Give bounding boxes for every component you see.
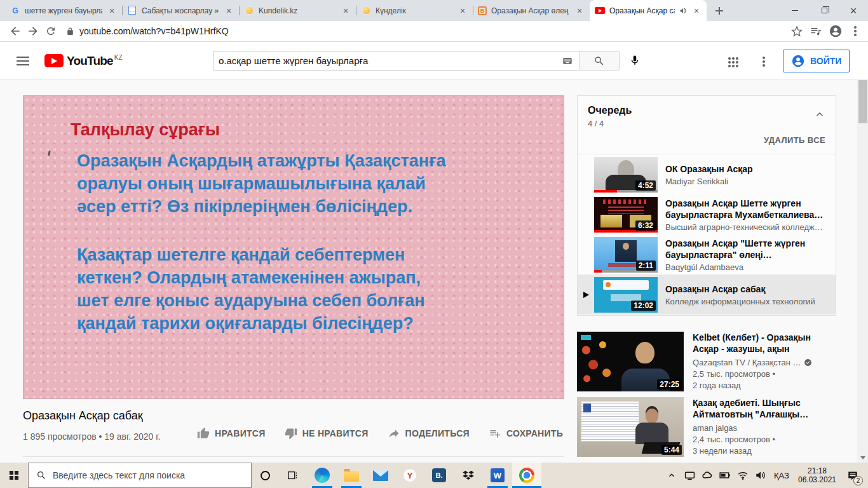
queue-item-channel[interactable]: Madiyar Serikkali <box>665 177 753 186</box>
search-input[interactable] <box>219 55 561 66</box>
sign-in-button[interactable]: ВОЙТИ <box>783 50 850 72</box>
page-scrollbar[interactable] <box>857 42 868 463</box>
tab-close-icon[interactable] <box>341 6 351 16</box>
channel-name: aman jalgas <box>693 423 737 433</box>
youtube-search-form <box>213 51 620 71</box>
back-button[interactable] <box>6 22 24 40</box>
related-video-1[interactable]: 27:25 Kelbet (Келбет) - Оразақын Асқар -… <box>577 332 836 391</box>
wifi-icon[interactable] <box>735 463 751 488</box>
browser-tab-kundelik[interactable]: Kundelik.kz <box>239 0 356 21</box>
tab-close-icon[interactable] <box>224 6 234 16</box>
profile-avatar-icon[interactable] <box>829 24 843 38</box>
guide-menu-icon[interactable] <box>17 60 29 62</box>
queue-item-title[interactable]: Оразақын Асқар сабақ <box>665 283 815 295</box>
window-minimize-button[interactable] <box>780 0 810 21</box>
browser-tab-google-search[interactable]: G шетте жүрген бауырла <box>5 0 122 21</box>
video-thumbnail[interactable]: 4:52 <box>594 157 658 193</box>
taskbar-app-explorer[interactable] <box>337 463 366 488</box>
clock[interactable]: 21:18 06.03.2021 <box>794 466 840 484</box>
tray-expand-chevron-icon[interactable] <box>663 463 680 488</box>
tab-close-icon[interactable] <box>458 6 468 16</box>
video-thumbnail[interactable]: 2:11 <box>594 237 658 273</box>
bookmark-star-icon[interactable] <box>790 25 803 37</box>
queue-item-2[interactable]: 6:32 Оразақын Асқар Шетте жүрген бауырла… <box>578 194 836 234</box>
queue-item-3[interactable]: 2:11 Оразақын Асқар "Шетте жүрген бауырл… <box>578 234 836 274</box>
share-button[interactable]: ПОДЕЛИТЬСЯ <box>388 427 470 440</box>
notification-center-button[interactable]: 2 <box>841 463 864 488</box>
remove-all-button[interactable]: УДАЛИТЬ ВСЕ <box>764 135 825 145</box>
related-video-2[interactable]: 5:44 Қазақ әдебиеті. Шыңғыс Айтматовтың … <box>577 397 836 457</box>
video-player[interactable]: Талқылау сұрағы Оразақын Асқардың атажұр… <box>23 95 564 399</box>
window-restore-button[interactable] <box>810 0 839 21</box>
scroll-down-arrow-icon[interactable] <box>860 456 865 459</box>
search-button[interactable] <box>579 51 620 71</box>
video-thumbnail[interactable]: 6:32 <box>594 197 658 233</box>
document-favicon <box>127 6 137 16</box>
start-button[interactable] <box>0 463 28 488</box>
media-controls-icon[interactable] <box>810 25 822 37</box>
word-icon: W <box>491 468 505 482</box>
forward-button[interactable] <box>24 22 42 40</box>
onedrive-cloud-icon[interactable] <box>699 463 715 488</box>
taskbar-app-yandex[interactable]: Y <box>395 463 424 488</box>
language-indicator[interactable]: ҚАЗ <box>770 471 793 480</box>
video-thumbnail[interactable]: 27:25 <box>577 332 684 391</box>
volume-icon[interactable] <box>752 463 769 488</box>
taskbar-app-dropbox[interactable] <box>454 463 483 488</box>
browser-tab-kundelik2[interactable]: Күнделік <box>356 0 473 21</box>
like-button[interactable]: НРАВИТСЯ <box>197 427 266 440</box>
youtube-apps-grid-icon[interactable] <box>728 57 731 60</box>
reload-button[interactable] <box>42 22 60 40</box>
dislike-button[interactable]: НЕ НРАВИТСЯ <box>285 427 369 440</box>
queue-item-1[interactable]: 4:52 ОК Оразақын Асқар Madiyar Serikkali <box>578 154 836 194</box>
voice-search-button[interactable] <box>629 55 641 69</box>
taskbar-app-edge[interactable] <box>308 463 337 488</box>
browser-tab-lesson-plan[interactable]: Сабақты жоспарлау » <box>122 0 239 21</box>
cortana-button[interactable] <box>252 463 278 488</box>
queue-item-title[interactable]: Оразақын Асқар Шетте жүрген бауырластарғ… <box>665 198 829 220</box>
related-video-channel[interactable]: Qazaqstan TV / Қазақстан … <box>693 358 836 367</box>
taskbar-app-word[interactable]: W <box>483 463 512 488</box>
battery-icon[interactable] <box>717 463 733 488</box>
video-thumbnail[interactable]: 12:02 <box>594 277 658 313</box>
queue-item-title[interactable]: ОК Оразақын Асқар <box>665 163 753 175</box>
taskbar-app-bitrix[interactable]: B. <box>424 463 454 488</box>
youtube-settings-menu-icon[interactable] <box>763 57 765 59</box>
tab-close-icon[interactable] <box>574 6 585 16</box>
video-thumbnail[interactable]: 5:44 <box>577 397 684 457</box>
collapse-chevron-icon[interactable] <box>814 109 825 120</box>
queue-item-title[interactable]: Оразақын Асқар "Шетте жүрген бауырластар… <box>665 238 829 261</box>
google-favicon: G <box>10 6 20 16</box>
tab-audio-speaker-icon[interactable] <box>679 7 687 15</box>
slide-line: Қазақтар шетелге қандай себептермен <box>77 243 425 266</box>
queue-item-4-current[interactable]: 12:02 Оразақын Асқар сабақ Колледж инфор… <box>578 274 836 315</box>
related-video-channel[interactable]: aman jalgas <box>693 423 836 433</box>
related-video-title[interactable]: Қазақ әдебиеті. Шыңғыс Айтматовтың "Алға… <box>693 397 836 420</box>
window-close-button[interactable] <box>839 0 868 21</box>
video-duration-badge: 5:44 <box>661 445 682 455</box>
new-tab-button[interactable] <box>710 2 728 20</box>
browser-menu-icon[interactable] <box>854 30 857 32</box>
taskbar-search-placeholder: Введите здесь текст для поиска <box>53 470 185 480</box>
taskbar-search-box[interactable]: Введите здесь текст для поиска <box>28 463 252 488</box>
youtube-logo[interactable]: YouTube KZ <box>44 54 123 67</box>
tab-close-icon[interactable] <box>691 6 702 16</box>
wireless-display-icon[interactable] <box>681 463 698 488</box>
keyboard-icon[interactable] <box>561 56 574 66</box>
omnibox[interactable]: youtube.com/watch?v=b41pW1HrfKQ <box>66 26 790 36</box>
save-button[interactable]: СОХРАНИТЬ <box>489 427 563 440</box>
tab-close-icon[interactable] <box>107 6 117 16</box>
task-view-button[interactable] <box>278 463 308 488</box>
queue-item-channel[interactable]: Высший аграрно-технический колледж… <box>665 222 829 232</box>
search-input-wrapper[interactable] <box>213 51 579 71</box>
browser-tab-youtube-active[interactable]: Оразақын Асқар са <box>590 0 707 21</box>
related-video-title[interactable]: Kelbet (Келбет) - Оразақын Асқар - жазуш… <box>693 332 836 355</box>
taskbar-app-chrome-active[interactable] <box>512 463 541 488</box>
queue-item-channel[interactable]: Baqytgúl Adambaeva <box>665 262 829 272</box>
browser-tab-poems[interactable]: B Оразақын Асқар өлең <box>473 0 590 21</box>
taskbar-app-mail[interactable] <box>366 463 395 488</box>
thumbnail-art <box>606 282 611 287</box>
thumbs-down-icon <box>285 427 297 440</box>
queue-item-channel[interactable]: Колледж информационных технологий <box>665 297 815 306</box>
yandex-icon: Y <box>403 468 417 482</box>
